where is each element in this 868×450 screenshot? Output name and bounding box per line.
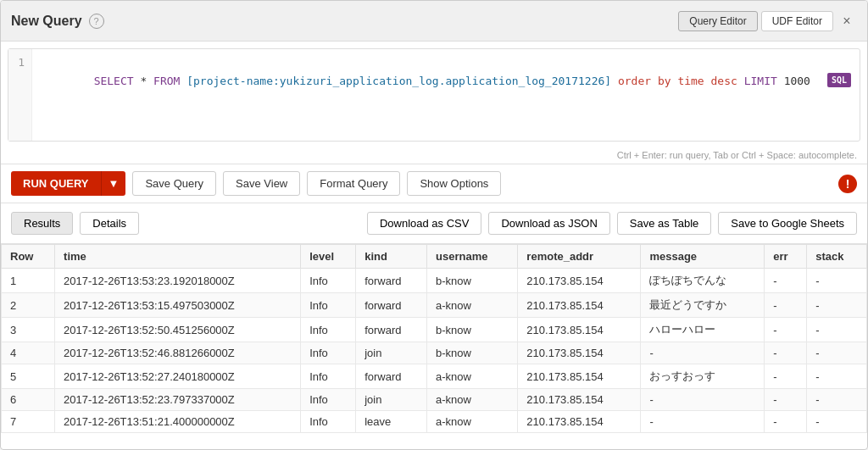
table-cell: 4 — [2, 342, 55, 364]
table-cell: Info — [301, 269, 356, 293]
table-cell: おっすおっす — [641, 364, 765, 389]
results-area: Results Details Download as CSV Download… — [1, 203, 867, 433]
table-cell: - — [641, 342, 765, 364]
table-cell: ぽちぽちでんな — [641, 269, 765, 293]
column-header-stack: stack — [807, 245, 867, 269]
save-query-button[interactable]: Save Query — [132, 171, 216, 196]
table-row: 12017-12-26T13:53:23.192018000ZInfoforwa… — [2, 269, 867, 293]
table-cell: - — [807, 364, 867, 389]
table-header-row: Rowtimelevelkindusernameremote_addrmessa… — [2, 245, 867, 269]
run-query-dropdown[interactable]: ▼ — [101, 171, 126, 196]
table-cell: 最近どうですか — [641, 293, 765, 318]
table-cell: a-know — [427, 293, 518, 318]
table-row: 42017-12-26T13:52:46.881266000ZInfojoinb… — [2, 342, 867, 364]
code-editor[interactable]: SELECT * FROM [project-name:yukizuri_app… — [32, 49, 860, 141]
table-cell: 210.173.85.154 — [518, 269, 641, 293]
table-cell: - — [807, 411, 867, 433]
table-cell: - — [807, 389, 867, 411]
udf-editor-tab[interactable]: UDF Editor — [761, 11, 833, 31]
table-cell: 210.173.85.154 — [518, 411, 641, 433]
column-header-err: err — [765, 245, 807, 269]
window-title: New Query — [11, 14, 82, 29]
run-query-button[interactable]: RUN QUERY ▼ — [11, 171, 125, 196]
table-cell: - — [807, 269, 867, 293]
close-button[interactable]: × — [837, 11, 857, 31]
table-cell: b-know — [427, 318, 518, 342]
table-cell: leave — [356, 411, 427, 433]
table-cell: Info — [301, 389, 356, 411]
column-header-row: Row — [2, 245, 55, 269]
table-cell: 210.173.85.154 — [518, 389, 641, 411]
table-cell: 3 — [2, 318, 55, 342]
query-editor-tab[interactable]: Query Editor — [678, 11, 757, 31]
title-bar: New Query ? Query Editor UDF Editor × — [1, 1, 867, 42]
download-json-button[interactable]: Download as JSON — [488, 212, 609, 235]
table-cell: 2017-12-26T13:51:21.400000000Z — [55, 411, 301, 433]
column-header-level: level — [301, 245, 356, 269]
table-cell: - — [765, 318, 807, 342]
save-view-button[interactable]: Save View — [223, 171, 300, 196]
run-query-label[interactable]: RUN QUERY — [11, 171, 101, 196]
format-query-button[interactable]: Format Query — [307, 171, 400, 196]
column-header-time: time — [55, 245, 301, 269]
tab-results[interactable]: Results — [11, 212, 73, 235]
table-cell: - — [765, 411, 807, 433]
table-cell: 2017-12-26T13:53:15.497503000Z — [55, 293, 301, 318]
table-cell: - — [641, 389, 765, 411]
table-cell: 7 — [2, 411, 55, 433]
table-cell: ハローハロー — [641, 318, 765, 342]
editor-inner: 1 SELECT * FROM [project-name:yukizuri_a… — [8, 48, 860, 142]
editor-area: 1 SELECT * FROM [project-name:yukizuri_a… — [1, 48, 867, 164]
table-cell: 6 — [2, 389, 55, 411]
table-cell: 210.173.85.154 — [518, 342, 641, 364]
table-cell: - — [765, 364, 807, 389]
table-cell: 2017-12-26T13:53:23.192018000Z — [55, 269, 301, 293]
table-cell: Info — [301, 342, 356, 364]
table-cell: 2017-12-26T13:52:50.451256000Z — [55, 318, 301, 342]
hint-bar: Ctrl + Enter: run query, Tab or Ctrl + S… — [1, 148, 867, 164]
table-cell: 5 — [2, 364, 55, 389]
table-cell: - — [641, 411, 765, 433]
table-row: 62017-12-26T13:52:23.797337000ZInfojoina… — [2, 389, 867, 411]
table-cell: join — [356, 342, 427, 364]
table-cell: Info — [301, 293, 356, 318]
table-cell: Info — [301, 318, 356, 342]
download-csv-button[interactable]: Download as CSV — [367, 212, 482, 235]
table-cell: - — [807, 318, 867, 342]
table-cell: Info — [301, 411, 356, 433]
line-numbers: 1 — [8, 49, 32, 141]
table-cell: 1 — [2, 269, 55, 293]
results-table: Rowtimelevelkindusernameremote_addrmessa… — [1, 244, 867, 433]
error-icon: ! — [838, 175, 857, 193]
main-window: New Query ? Query Editor UDF Editor × 1 … — [0, 0, 868, 450]
column-header-remote-addr: remote_addr — [518, 245, 641, 269]
table-body: 12017-12-26T13:53:23.192018000ZInfoforwa… — [2, 269, 867, 433]
table-cell: - — [807, 342, 867, 364]
results-toolbar: Results Details Download as CSV Download… — [1, 203, 867, 244]
table-cell: join — [356, 389, 427, 411]
column-header-username: username — [427, 245, 518, 269]
show-options-button[interactable]: Show Options — [407, 171, 501, 196]
table-cell: Info — [301, 364, 356, 389]
table-cell: - — [765, 389, 807, 411]
table-cell: forward — [356, 318, 427, 342]
tab-details[interactable]: Details — [80, 212, 139, 235]
table-cell: - — [765, 342, 807, 364]
results-actions: Download as CSV Download as JSON Save as… — [367, 212, 857, 235]
table-cell: 2017-12-26T13:52:27.240180000Z — [55, 364, 301, 389]
table-cell: 210.173.85.154 — [518, 293, 641, 318]
save-table-button[interactable]: Save as Table — [617, 212, 711, 235]
table-cell: 2017-12-26T13:52:46.881266000Z — [55, 342, 301, 364]
save-sheets-button[interactable]: Save to Google Sheets — [718, 212, 857, 235]
table-cell: a-know — [427, 411, 518, 433]
table-cell: - — [807, 293, 867, 318]
table-cell: 210.173.85.154 — [518, 364, 641, 389]
table-cell: 2017-12-26T13:52:23.797337000Z — [55, 389, 301, 411]
table-cell: forward — [356, 269, 427, 293]
title-right: Query Editor UDF Editor × — [678, 11, 857, 31]
table-wrapper: Rowtimelevelkindusernameremote_addrmessa… — [1, 244, 867, 433]
table-cell: forward — [356, 293, 427, 318]
help-icon[interactable]: ? — [89, 14, 104, 29]
table-row: 32017-12-26T13:52:50.451256000ZInfoforwa… — [2, 318, 867, 342]
table-row: 52017-12-26T13:52:27.240180000ZInfoforwa… — [2, 364, 867, 389]
